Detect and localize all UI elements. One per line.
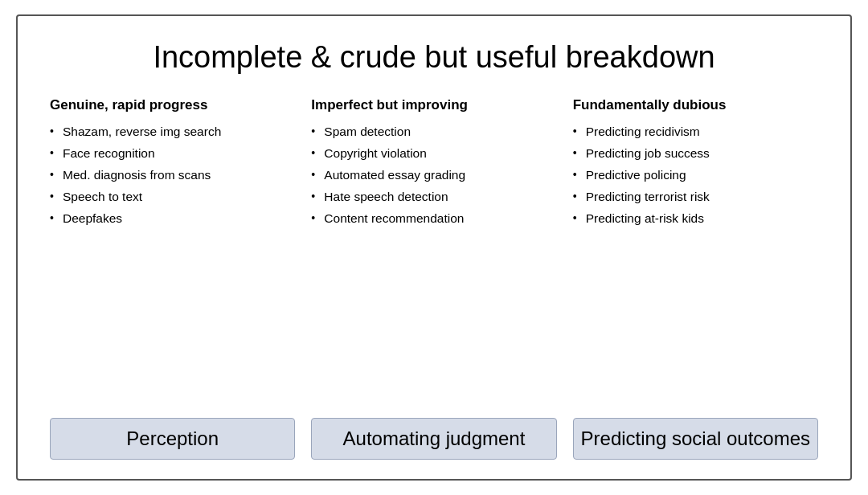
- column-3: Fundamentally dubious Predicting recidiv…: [565, 97, 818, 460]
- col1-header: Genuine, rapid progress: [50, 97, 295, 113]
- list-item: Face recognition: [50, 143, 295, 165]
- list-item: Predicting at-risk kids: [573, 208, 818, 230]
- slide: Incomplete & crude but useful breakdown …: [16, 14, 852, 481]
- column-2: Imperfect but improving Spam detection C…: [303, 97, 564, 460]
- list-item: Content recommendation: [311, 208, 556, 230]
- col3-list: Predicting recidivism Predicting job suc…: [573, 121, 818, 402]
- list-item: Predicting job success: [573, 143, 818, 165]
- list-item: Predicting recidivism: [573, 121, 818, 143]
- col3-box-label: Predicting social outcomes: [573, 418, 818, 460]
- list-item: Med. diagnosis from scans: [50, 165, 295, 186]
- list-item: Spam detection: [311, 121, 556, 143]
- list-item: Predictive policing: [573, 165, 818, 186]
- col3-header: Fundamentally dubious: [573, 97, 818, 113]
- col2-list: Spam detection Copyright violation Autom…: [311, 121, 556, 402]
- list-item: Speech to text: [50, 186, 295, 208]
- col1-list: Shazam, reverse img search Face recognit…: [50, 121, 295, 402]
- col1-box-label: Perception: [50, 418, 295, 460]
- column-1: Genuine, rapid progress Shazam, reverse …: [50, 97, 303, 460]
- list-item: Predicting terrorist risk: [573, 186, 818, 208]
- list-item: Hate speech detection: [311, 186, 556, 208]
- list-item: Shazam, reverse img search: [50, 121, 295, 143]
- list-item: Deepfakes: [50, 208, 295, 230]
- columns-container: Genuine, rapid progress Shazam, reverse …: [50, 97, 818, 460]
- col2-header: Imperfect but improving: [311, 97, 556, 113]
- col2-box-label: Automating judgment: [311, 418, 556, 460]
- list-item: Copyright violation: [311, 143, 556, 165]
- list-item: Automated essay grading: [311, 165, 556, 186]
- slide-title: Incomplete & crude but useful breakdown: [50, 40, 818, 75]
